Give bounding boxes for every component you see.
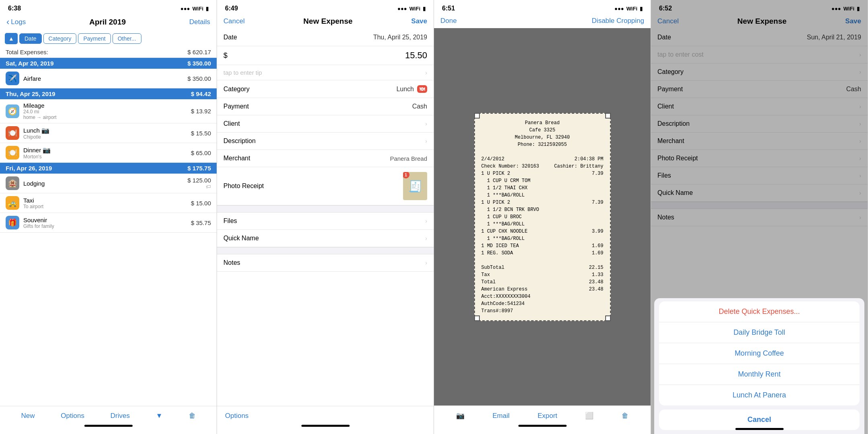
section-date-apr25: Thu, Apr 25, 2019 (6, 90, 55, 97)
expense-amount-lunch: $ 15.50 (191, 130, 211, 137)
photo-row-2[interactable]: Photo Receipt 1 🧾 (217, 167, 434, 205)
nav-back-1[interactable]: ‹ Logs (6, 17, 26, 27)
expense-amount-airfare: $ 350.00 (188, 75, 211, 82)
photo-badge-2: 1 (403, 172, 409, 178)
sort-arrow-button[interactable]: ▲ (5, 33, 18, 44)
receipt-subtotal: SubTotal22.15 (481, 264, 604, 271)
payment-row-2[interactable]: Payment Cash (217, 98, 434, 115)
corner-tr[interactable] (605, 113, 611, 119)
action-sheet-cancel-button[interactable]: Cancel (659, 409, 860, 430)
action-sheet-bridge[interactable]: Daily Bridge Toll (659, 322, 860, 343)
category-row-2[interactable]: Category Lunch 🍽 (217, 80, 434, 98)
receipt-line-7: 1 CUP U BROC (481, 213, 604, 221)
corner-br[interactable] (605, 315, 611, 321)
section-date-apr26: Fri, Apr 26, 2019 (6, 165, 52, 172)
action-sheet: Delete Quick Expenses... Daily Bridge To… (654, 298, 864, 434)
action-sheet-panera[interactable]: Lunch At Panera (659, 385, 860, 405)
nav-back-label-1[interactable]: Logs (11, 18, 26, 26)
section-header-apr20: Sat, Apr 20, 2019 $ 350.00 (0, 58, 217, 69)
nav-bar-3: Done Disable Cropping (434, 14, 651, 28)
expense-amount-mileage: $ 13.92 (191, 108, 211, 115)
category-value-2: Lunch (396, 86, 414, 93)
expense-name-lunch: Lunch (23, 127, 40, 134)
nav-cancel-2[interactable]: Cancel (223, 17, 245, 25)
notes-row-2[interactable]: Notes › (217, 254, 434, 272)
nav-title-1: April 2019 (89, 18, 126, 27)
options-button-1[interactable]: Options (61, 412, 84, 420)
expense-amount-dinner: $ 65.00 (191, 149, 211, 156)
corner-tl[interactable] (474, 113, 480, 119)
expense-name-mileage: Mileage (23, 102, 187, 109)
receipt-store: Panera Bread (481, 119, 604, 127)
expense-name-dinner: Dinner (23, 147, 41, 154)
nav-save-2[interactable]: Save (411, 17, 427, 25)
date-value-2: Thu, April 25, 2019 (373, 34, 427, 41)
quickname-label-2: Quick Name (223, 235, 259, 242)
receipt-total: Total23.48 (481, 278, 604, 286)
amount-value-2: 15.50 (405, 50, 427, 61)
tip-row-2[interactable]: tap to enter tip › (217, 65, 434, 80)
bottom-actions-3: 📷 Email Export ⬜ 🗑 (434, 410, 651, 422)
payment-label-2: Payment (223, 103, 249, 110)
wifi-icon: WiFi (192, 6, 203, 12)
list-item[interactable]: 🎁 Souvenir Gifts for family $ 35.75 (0, 213, 217, 233)
description-label-2: Description (223, 137, 256, 145)
time-3: 6:51 (442, 5, 455, 12)
client-row-2[interactable]: Client › (217, 115, 434, 133)
merchant-row-2[interactable]: Merchant Panera Bread (217, 150, 434, 167)
new-button[interactable]: New (21, 412, 35, 420)
status-bar-1: 6:38 ●●● WiFi ▮ (0, 0, 217, 14)
seg-other-button[interactable]: Other... (113, 33, 141, 44)
screen2-phone: 6:49 ●●● WiFi ▮ Cancel New Expense Save … (217, 0, 434, 434)
share-button-3[interactable]: ⬜ (585, 411, 594, 420)
description-row-2[interactable]: Description › (217, 133, 434, 150)
category-badge-2: 🍽 (417, 85, 427, 93)
list-item[interactable]: 🚕 Taxi To airport $ 15.00 (0, 193, 217, 213)
corner-bl[interactable] (474, 315, 480, 321)
list-item[interactable]: ✈️ Airfare $ 350.00 (0, 69, 217, 88)
export-button-3[interactable]: Export (538, 412, 557, 420)
list-item[interactable]: 🍽️ Dinner 📷 Morton's $ 65.00 (0, 143, 217, 163)
nav-details-button[interactable]: Details (189, 18, 210, 26)
section-gap-2a (217, 205, 434, 213)
amount-dollar-2: $ (223, 51, 227, 60)
list-item[interactable]: 🍽️ Lunch 📷 Chipotle $ 15.50 (0, 123, 217, 143)
signal-icon-2: ●●● (397, 6, 407, 12)
list-item[interactable]: 🧭 Mileage 24.0 mi home → airport $ 13.92 (0, 99, 217, 123)
date-row-2[interactable]: Date Thu, April 25, 2019 (217, 29, 434, 46)
drives-button[interactable]: Drives (111, 412, 130, 420)
nav-disable-cropping[interactable]: Disable Cropping (592, 17, 644, 25)
expense-icon-airfare: ✈️ (6, 72, 19, 85)
camera-button-3[interactable]: 📷 (456, 411, 465, 420)
nav-done-3[interactable]: Done (440, 17, 457, 25)
signal-icon-3: ●●● (614, 6, 624, 12)
action-sheet-rent[interactable]: Monthly Rent (659, 364, 860, 385)
seg-payment-button[interactable]: Payment (78, 33, 111, 44)
receipt-line-4: 1 ***BAG/ROLL (481, 192, 604, 199)
tip-placeholder-2: tap to enter tip (223, 69, 262, 76)
options-button-2[interactable]: Options (225, 412, 249, 420)
seg-category-button[interactable]: Category (43, 33, 77, 44)
receipt-line-1: 1 U PICK 27.39 (481, 170, 604, 177)
client-chevron-2: › (425, 121, 427, 127)
photo-thumb-2[interactable]: 1 🧾 (403, 172, 427, 200)
files-row-2[interactable]: Files › (217, 213, 434, 230)
nav-bar-2: Cancel New Expense Save (217, 14, 434, 29)
nav-title-2: New Expense (303, 17, 353, 26)
notes-label-2: Notes (223, 259, 240, 266)
expense-name-souvenir: Souvenir (23, 217, 187, 223)
quickname-row-2[interactable]: Quick Name › (217, 230, 434, 247)
expense-name-taxi: Taxi (23, 197, 187, 204)
receipt-line-5: 1 U PICK 27.39 (481, 199, 604, 206)
action-sheet-delete[interactable]: Delete Quick Expenses... (659, 301, 860, 322)
trash-button-1[interactable]: 🗑 (189, 412, 196, 420)
trash-button-3[interactable]: 🗑 (622, 412, 628, 420)
section-gap-2b (217, 247, 434, 254)
total-label: Total Expenses: (6, 49, 48, 55)
email-button-3[interactable]: Email (492, 412, 510, 420)
action-sheet-coffee[interactable]: Morning Coffee (659, 343, 860, 364)
list-item[interactable]: 🏨 Lodging $ 125.00 🏷 (0, 174, 217, 193)
amount-row-2[interactable]: $ 15.50 (217, 46, 434, 65)
filter-icon[interactable]: ▼ (156, 412, 163, 420)
seg-date-button[interactable]: Date (19, 33, 42, 44)
